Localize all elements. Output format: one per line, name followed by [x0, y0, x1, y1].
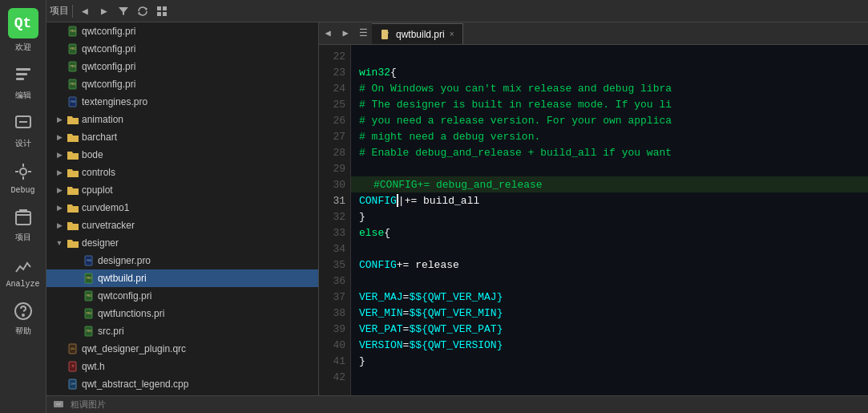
- layout-button[interactable]: [153, 2, 171, 20]
- code-line: [351, 273, 868, 289]
- tree-item[interactable]: PRIqwtbuild.pri: [46, 269, 318, 287]
- sidebar-label-edit: 编辑: [15, 90, 31, 101]
- line-number: 28: [319, 144, 350, 160]
- code-line: # you need a release version. For your o…: [351, 112, 868, 128]
- file-icon: [66, 112, 80, 127]
- tree-item[interactable]: PRIsrc.pri: [46, 322, 318, 340]
- sidebar-item-help[interactable]: 帮助: [2, 294, 44, 342]
- line-number: 35: [319, 257, 350, 273]
- code-line: [351, 48, 868, 64]
- tree-item-label: qwtconfig.pri: [82, 79, 315, 90]
- tree-item[interactable]: ▶bode: [46, 146, 318, 164]
- tree-item[interactable]: Hqwt.h: [46, 358, 318, 375]
- sidebar-item-welcome[interactable]: Qt 欢迎: [2, 3, 44, 58]
- status-text: 粗调图片: [71, 399, 106, 411]
- code-token: += debug_and_release: [418, 179, 543, 191]
- tree-item[interactable]: ▶controls: [46, 164, 318, 181]
- svg-text:PRI: PRI: [70, 64, 76, 68]
- code-line: else {: [351, 225, 868, 241]
- file-icon: PRO: [82, 253, 96, 268]
- tree-item-label: curvetracker: [82, 220, 315, 231]
- svg-rect-15: [157, 12, 161, 16]
- tree-item[interactable]: PRIqwtconfig.pri: [46, 58, 318, 75]
- tree-item-label: bode: [82, 149, 315, 160]
- sidebar-item-debug[interactable]: Debug: [2, 154, 44, 200]
- active-tab[interactable]: qwtbuild.pri ×: [372, 23, 463, 44]
- line-number: 31: [319, 192, 350, 209]
- svg-point-12: [22, 314, 24, 316]
- sidebar-label-help: 帮助: [15, 326, 31, 337]
- file-icon: QRC: [66, 342, 80, 356]
- code-token: }: [359, 355, 365, 367]
- file-icon: CPP: [66, 377, 80, 391]
- tree-item[interactable]: ▶barchart: [46, 128, 318, 146]
- code-token: {: [390, 67, 397, 79]
- svg-rect-13: [157, 6, 161, 10]
- sidebar-item-analyze[interactable]: Analyze: [2, 248, 44, 294]
- tree-arrow-icon: ▶: [53, 168, 66, 176]
- file-icon: PRI: [82, 271, 96, 285]
- sidebar-item-design[interactable]: 设计: [2, 106, 44, 154]
- code-token: += build_all: [405, 195, 480, 207]
- tab-back-button[interactable]: ◀: [319, 22, 337, 44]
- sidebar-item-project[interactable]: 项目: [2, 200, 44, 248]
- line-number: 24: [319, 80, 350, 96]
- svg-rect-10: [16, 212, 30, 225]
- tree-item[interactable]: ▶cpuplot: [46, 181, 318, 199]
- svg-text:PRI: PRI: [70, 29, 76, 33]
- tree-item-label: qwt_designer_plugin.qrc: [82, 343, 315, 354]
- code-token: =: [403, 291, 410, 303]
- line-number: 26: [319, 112, 350, 128]
- svg-rect-14: [163, 6, 167, 10]
- tree-item[interactable]: PRIqwtconfig.pri: [46, 40, 318, 58]
- tree-item-label: cpuplot: [82, 184, 315, 196]
- tree-item[interactable]: ▼designer: [46, 234, 318, 252]
- code-line: # Enable debug_and_release + build_all i…: [351, 144, 868, 160]
- tab-menu-button[interactable]: ☰: [354, 22, 372, 44]
- tab-close-button[interactable]: ×: [450, 30, 454, 38]
- line-number: 33: [319, 225, 350, 241]
- toolbar-separator: [72, 5, 73, 18]
- tree-item[interactable]: PRIqwtconfig.pri: [46, 75, 318, 93]
- tab-forward-button[interactable]: ▶: [337, 22, 354, 44]
- tree-item[interactable]: PRIqwtconfig.pri: [46, 22, 318, 40]
- tree-item[interactable]: PRIqwtfunctions.pri: [46, 305, 318, 322]
- line-number: 23: [319, 64, 350, 80]
- code-line: VERSION = $${QWT_VERSION}: [351, 337, 868, 353]
- svg-text:H: H: [71, 363, 74, 368]
- back-button[interactable]: ◀: [76, 2, 94, 20]
- tree-item[interactable]: PRIqwtconfig.pri: [46, 287, 318, 305]
- code-token: # might need a debug version.: [359, 131, 540, 143]
- sidebar-item-edit[interactable]: 编辑: [2, 58, 44, 106]
- tree-item[interactable]: ▶curvdemo1: [46, 199, 318, 217]
- code-token: $${QWT_VER_MIN}: [409, 307, 503, 319]
- code-token: #CONFIG: [373, 179, 418, 191]
- tree-item-label: qwtconfig.pri: [98, 290, 315, 302]
- tree-item[interactable]: PROtextengines.pro: [46, 93, 318, 111]
- sync-button[interactable]: [134, 2, 151, 20]
- filter-button[interactable]: [115, 2, 132, 20]
- tree-arrow-icon: ▶: [53, 221, 66, 229]
- tree-item[interactable]: PROdesigner.pro: [46, 252, 318, 269]
- tree-item[interactable]: QRCqwt_designer_plugin.qrc: [46, 340, 318, 358]
- tree-item-label: qwt.h: [82, 361, 315, 372]
- file-icon: PRI: [82, 289, 96, 303]
- tree-arrow-icon: ▶: [53, 151, 66, 159]
- tree-item-label: designer.pro: [98, 255, 315, 266]
- svg-rect-1: [16, 73, 27, 75]
- line-number: 27: [319, 128, 350, 144]
- tree-item[interactable]: ▶curvetracker: [46, 217, 318, 234]
- svg-text:PRI: PRI: [86, 276, 92, 280]
- svg-text:PRO: PRO: [71, 100, 75, 103]
- file-tree-panel: PRIqwtconfig.priPRIqwtconfig.priPRIqwtco…: [46, 22, 319, 395]
- file-tree[interactable]: PRIqwtconfig.priPRIqwtconfig.priPRIqwtco…: [46, 22, 318, 395]
- toolbar-title: 项目: [50, 4, 69, 18]
- line-number: 30: [319, 176, 350, 192]
- tree-item[interactable]: ▶animation: [46, 111, 318, 128]
- forward-button[interactable]: ▶: [95, 2, 113, 20]
- code-line: [351, 241, 868, 257]
- code-line: # The designer is built in release mode.…: [351, 96, 868, 112]
- file-icon: [66, 130, 80, 144]
- code-content[interactable]: win32 { # On Windows you can't mix relea…: [351, 45, 868, 395]
- tree-item[interactable]: CPPqwt_abstract_legend.cpp: [46, 375, 318, 393]
